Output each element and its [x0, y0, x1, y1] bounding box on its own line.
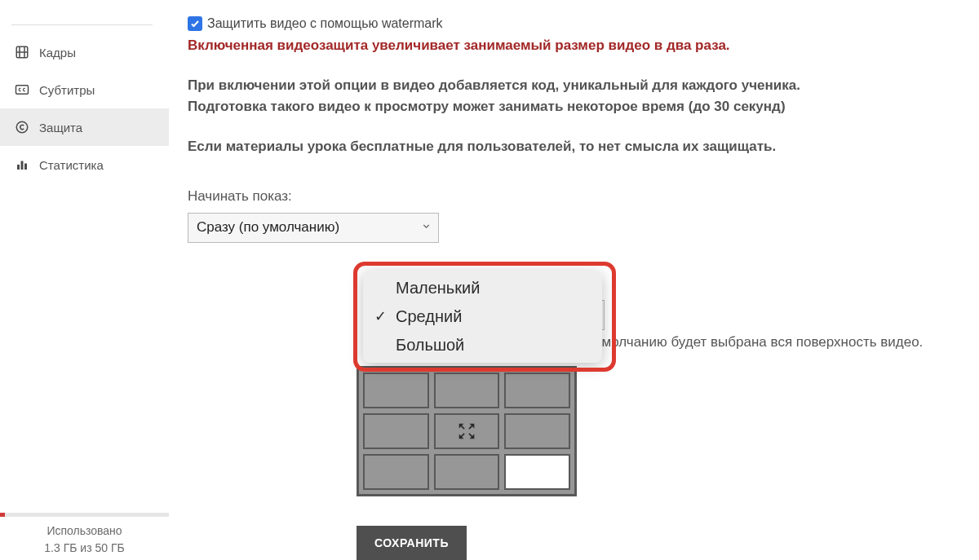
description-line-1: При включении этой опции в видео добавля…: [188, 75, 955, 96]
storage-used-label: Использовано: [0, 523, 169, 539]
grid-cell-bottom-center[interactable]: [434, 454, 500, 490]
save-button[interactable]: СОХРАНИТЬ: [357, 526, 467, 560]
sidebar-item-stats[interactable]: Статистика: [0, 146, 169, 183]
warning-text: Включенная видеозащита увеличивает заним…: [188, 37, 955, 54]
grid-cell-top-right[interactable]: [504, 373, 570, 408]
size-option-medium[interactable]: Средний: [363, 302, 602, 331]
watermark-checkbox-label: Защитить видео с помощью watermark: [207, 16, 443, 31]
grid-cell-bottom-right[interactable]: [504, 454, 570, 490]
sidebar-item-frames[interactable]: Кадры: [0, 33, 169, 71]
sidebar-item-label: Кадры: [39, 46, 76, 60]
sidebar: Кадры Субтитры Защита Статистика Использ…: [0, 0, 169, 560]
storage-bar: [0, 513, 169, 517]
grid-cell-middle-left[interactable]: [363, 413, 429, 449]
sidebar-item-protection[interactable]: Защита: [0, 108, 169, 146]
svg-rect-8: [24, 164, 27, 170]
main-content: Защитить видео с помощью watermark Включ…: [169, 0, 979, 560]
svg-point-5: [16, 121, 28, 133]
divider: [11, 24, 153, 25]
film-icon: [15, 45, 29, 60]
sidebar-item-label: Статистика: [39, 158, 104, 172]
watermark-checkbox[interactable]: [188, 16, 202, 31]
start-show-value: Сразу (по умолчанию): [197, 219, 339, 236]
chevron-down-icon: [421, 219, 432, 236]
grid-cell-center[interactable]: [434, 413, 500, 449]
svg-rect-4: [16, 86, 29, 95]
watermark-position-grid: [357, 366, 577, 496]
area-hint-text: о умолчанию будет выбрана вся поверхност…: [583, 334, 923, 351]
size-dropdown-menu[interactable]: Маленький Средний Большой: [363, 271, 602, 363]
cc-icon: [15, 82, 29, 97]
grid-cell-bottom-left[interactable]: [363, 454, 429, 490]
bars-icon: [15, 157, 29, 172]
size-option-large[interactable]: Большой: [363, 331, 602, 359]
storage-used-value: 1.3 ГБ из 50 ГБ: [0, 540, 169, 556]
description-line-2: Подготовка такого видео к просмотру може…: [188, 96, 955, 117]
grid-cell-top-left[interactable]: [363, 373, 429, 408]
start-show-select[interactable]: Сразу (по умолчанию): [188, 213, 439, 243]
size-option-small[interactable]: Маленький: [363, 274, 602, 302]
copyright-icon: [15, 120, 29, 134]
storage-fill: [0, 513, 5, 517]
grid-cell-middle-right[interactable]: [504, 413, 570, 449]
grid-cell-top-center[interactable]: [434, 373, 500, 408]
svg-rect-7: [21, 161, 24, 170]
sidebar-item-subtitles[interactable]: Субтитры: [0, 71, 169, 108]
start-show-label: Начинать показ:: [188, 188, 955, 205]
watermark-checkbox-row[interactable]: Защитить видео с помощью watermark: [188, 16, 955, 31]
sidebar-item-label: Субтитры: [39, 83, 95, 97]
svg-rect-6: [17, 165, 20, 170]
storage-indicator: Использовано 1.3 ГБ из 50 ГБ: [0, 513, 169, 560]
description-line-3: Если материалы урока бесплатные для поль…: [188, 136, 955, 157]
sidebar-item-label: Защита: [39, 121, 82, 134]
